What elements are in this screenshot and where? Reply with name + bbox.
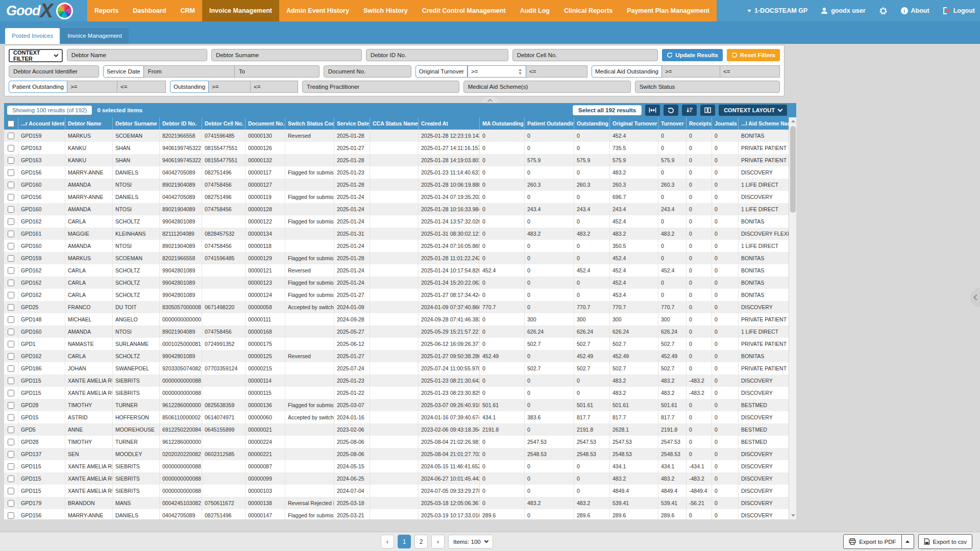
reload-button[interactable] (664, 105, 678, 116)
nav-item[interactable]: Dashboard (126, 0, 173, 21)
row-checkbox[interactable] (8, 292, 14, 298)
select-all-checkbox[interactable] (8, 120, 14, 127)
service-date-to-input[interactable] (235, 65, 320, 78)
header-switch-status[interactable]: Switch Status Code (285, 117, 334, 130)
nav-item[interactable]: Admin Event History (279, 0, 356, 21)
row-checkbox[interactable] (8, 488, 14, 494)
nav-item[interactable]: Reports (87, 0, 126, 21)
table-row[interactable]: GPD1 NAMASTE SURLANAME 0001025000081 072… (4, 338, 789, 350)
table-row[interactable]: GPD115 XANTE AMELIA RUTH SIEBRITS 000000… (4, 460, 789, 472)
row-checkbox[interactable] (8, 329, 14, 335)
table-row[interactable]: GPD115 XANTE AMELIA RUTH SIEBRITS 000000… (4, 472, 789, 485)
scrollbar-thumb[interactable] (790, 126, 796, 213)
about-button[interactable]: i About (901, 7, 929, 14)
scroll-up-arrow[interactable] (789, 117, 797, 125)
row-checkbox[interactable] (8, 157, 14, 164)
ma-outstanding-gte-field[interactable]: >= (662, 65, 720, 78)
nav-item[interactable]: Audit Log (513, 0, 557, 21)
header-created-at[interactable]: Created At (419, 117, 480, 130)
header-debtor-id[interactable]: Debtor ID No. (160, 117, 202, 130)
collapse-filters-handle[interactable] (481, 97, 499, 103)
nav-item[interactable]: Payment Plan Management (620, 0, 717, 21)
header-account-identifier[interactable]: ...r Account Identifier (18, 117, 65, 130)
header-service-date[interactable]: Service Date (334, 117, 370, 130)
header-document-no[interactable]: Document No. (246, 117, 285, 130)
debtor-surname-input[interactable] (211, 49, 362, 61)
table-row[interactable]: GPD161 MAGGIE KLEINHANS 82111204089 0828… (4, 228, 789, 240)
table-row[interactable]: GPD162 CARLA SCHOLTZ 99042801089 0000012… (4, 289, 789, 301)
row-checkbox[interactable] (8, 439, 14, 445)
original-turnover-gte-field[interactable]: >= (468, 65, 526, 78)
row-checkbox[interactable] (8, 280, 14, 286)
export-pdf-button[interactable]: Export to PDF (843, 534, 901, 549)
row-checkbox[interactable] (8, 218, 14, 225)
table-row[interactable]: GPD5 ANNE MOOREHOUSE 6912250220084 06451… (4, 423, 789, 436)
debtor-cell-input[interactable] (512, 49, 658, 61)
header-patient-outstanding[interactable]: Patient Outstanding (525, 117, 574, 130)
table-row[interactable]: GPD115 XANTE AMELIA RUTH SIEBRITS 000000… (4, 485, 789, 497)
next-page-button[interactable]: › (431, 535, 445, 548)
sort-button[interactable] (682, 105, 697, 116)
row-checkbox[interactable] (8, 304, 14, 311)
table-row[interactable]: GPD179 BRANDON MANS 0004245103082 075061… (4, 497, 789, 509)
table-row[interactable]: GPD160 AMANDA NTOSI 89021904089 07475845… (4, 240, 789, 252)
treating-practitioner-input[interactable] (302, 81, 459, 93)
row-checkbox[interactable] (8, 427, 14, 433)
columns-button[interactable] (700, 105, 715, 116)
row-checkbox[interactable] (8, 378, 14, 384)
row-checkbox[interactable] (8, 182, 14, 188)
row-checkbox[interactable] (8, 365, 14, 372)
table-row[interactable]: GPD160 AMANDA NTOSI 89021904089 07475845… (4, 179, 789, 191)
update-results-button[interactable]: Update Results (662, 49, 723, 61)
row-checkbox[interactable] (8, 206, 14, 213)
table-row[interactable]: GPD115 XANTE AMELIA RUTH SIEBRITS 000000… (4, 374, 789, 387)
header-scheme-name[interactable]: ...l Aid Scheme Name (739, 117, 789, 130)
export-pdf-menu-button[interactable] (902, 534, 914, 549)
table-row[interactable]: GPD162 CARLA SCHOLTZ 99042801089 0000012… (4, 264, 789, 277)
header-receipts[interactable]: Receipts (687, 117, 712, 130)
outstanding-lte-field[interactable]: <= (251, 81, 298, 93)
row-checkbox[interactable] (8, 402, 14, 409)
table-row[interactable]: GPD159 MARKUS SCOEMAN 82021966558 074159… (4, 130, 789, 142)
row-checkbox[interactable] (8, 512, 14, 519)
row-checkbox[interactable] (8, 231, 14, 237)
select-all-button[interactable]: Select all 192 results (573, 105, 642, 115)
table-row[interactable]: GPD25 FRANCO DU TOIT 8305057000008 06714… (4, 301, 789, 313)
patient-outstanding-gte-field[interactable]: >= (67, 81, 117, 93)
header-debtor-cell[interactable]: Debtor Cell No. (202, 117, 246, 130)
header-journals[interactable]: Journals (712, 117, 739, 130)
nav-item[interactable]: Invoice Management (202, 0, 279, 21)
table-row[interactable]: GPD28 TIMOTHY TURNER 9612286000000 00000… (4, 436, 789, 448)
header-cca-status[interactable]: CCA Status Name (370, 117, 419, 130)
row-checkbox[interactable] (8, 390, 14, 396)
table-row[interactable]: GPD162 CARLA SCHOLTZ 99042801089 0000012… (4, 215, 789, 228)
tab[interactable]: Invoice Management (61, 28, 129, 44)
debtor-name-input[interactable] (67, 49, 207, 61)
row-checkbox[interactable] (8, 169, 14, 176)
table-row[interactable]: GPD15 ASTRID HOFFERSON 8506110000002 061… (4, 411, 789, 423)
page-button[interactable]: 2 (414, 535, 428, 548)
table-row[interactable]: GPD156 MARRY-ANNE DANIELS 04042705089 08… (4, 509, 789, 519)
export-csv-button[interactable]: Export to csv (918, 534, 972, 549)
table-row[interactable]: GPD186 JOHAN SWANEPOEL 9203305074082 077… (4, 362, 789, 374)
original-turnover-lte-field[interactable]: <= (526, 65, 587, 78)
settings-button[interactable] (879, 7, 888, 15)
scroll-down-arrow[interactable] (789, 512, 797, 519)
page-button[interactable]: 1 (398, 535, 411, 548)
table-row[interactable]: GPD148 MICHAEL ANGELO 0000000000000 0000… (4, 313, 789, 325)
nav-item[interactable]: Credit Control Management (415, 0, 513, 21)
items-per-page-select[interactable]: Items: 100 (448, 535, 493, 548)
row-checkbox[interactable] (8, 475, 14, 482)
practice-selector[interactable]: 1-DOCSTEAM GP (747, 7, 807, 14)
header-debtor-name[interactable]: Debtor Name (65, 117, 113, 130)
context-layout-button[interactable]: CONTEXT LAYOUT (719, 105, 787, 116)
table-row[interactable]: GPD163 KANKU SHAN 9406199745322 08155477… (4, 142, 789, 154)
nav-item[interactable]: CRM (174, 0, 202, 21)
tab[interactable]: Posted Invoices (5, 28, 60, 44)
user-menu[interactable]: goodx user (821, 7, 865, 14)
row-checkbox[interactable] (8, 267, 14, 274)
row-checkbox[interactable] (8, 451, 14, 458)
row-checkbox[interactable] (8, 194, 14, 201)
goodx-logo[interactable]: GoodX (0, 0, 87, 21)
table-row[interactable]: GPD160 AMANDA NTOSI 89021904089 07475845… (4, 203, 789, 215)
